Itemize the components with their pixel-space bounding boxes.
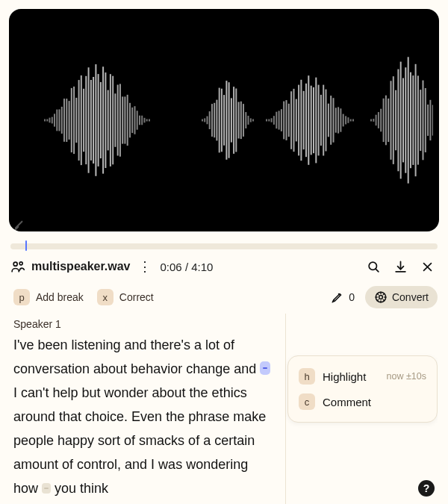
convert-icon: [374, 290, 388, 304]
svg-rect-13: [75, 98, 77, 143]
svg-rect-14: [78, 80, 80, 161]
svg-rect-65: [252, 119, 254, 122]
svg-rect-36: [131, 108, 133, 133]
svg-rect-126: [429, 100, 431, 140]
svg-rect-0: [44, 119, 46, 122]
svg-rect-74: [286, 100, 287, 140]
svg-rect-66: [266, 119, 267, 122]
svg-rect-106: [380, 109, 382, 132]
svg-rect-87: [318, 85, 320, 156]
svg-rect-127: [432, 105, 433, 136]
svg-rect-113: [397, 69, 399, 172]
svg-rect-41: [144, 118, 146, 123]
svg-rect-34: [127, 95, 128, 146]
svg-rect-51: [219, 88, 220, 153]
file-menu-button[interactable]: ⋮: [137, 260, 153, 273]
svg-rect-45: [204, 118, 205, 122]
pause-marker[interactable]: [42, 483, 51, 494]
svg-rect-35: [129, 103, 131, 138]
svg-rect-115: [402, 78, 404, 163]
svg-rect-94: [335, 108, 337, 132]
scrub-track: [10, 243, 438, 249]
svg-rect-112: [395, 90, 396, 151]
svg-rect-79: [298, 85, 299, 156]
comment-label: Comment: [323, 396, 371, 408]
svg-rect-68: [271, 118, 273, 122]
convert-button[interactable]: Convert: [365, 286, 438, 308]
add-break-keycap: p: [13, 289, 30, 305]
svg-rect-61: [243, 104, 244, 137]
scrub-bar[interactable]: [10, 240, 438, 252]
svg-rect-93: [333, 98, 335, 143]
svg-rect-22: [98, 74, 99, 167]
svg-rect-1: [46, 119, 48, 122]
svg-rect-122: [420, 90, 421, 151]
svg-rect-109: [388, 99, 389, 142]
svg-rect-104: [376, 115, 377, 126]
svg-rect-62: [245, 112, 246, 128]
search-button[interactable]: [363, 256, 384, 277]
svg-rect-23: [100, 82, 102, 158]
svg-rect-105: [378, 112, 379, 128]
svg-rect-46: [207, 116, 208, 125]
side-column: h Highlight now ±10s c Comment ?: [287, 314, 438, 504]
svg-rect-73: [283, 102, 284, 140]
app-root: multispeaker.wav ⋮ 0:06 / 4:10 p Add bre…: [0, 0, 448, 504]
transcript-text[interactable]: I've been listening and there's a lot of…: [13, 333, 275, 500]
svg-rect-76: [290, 91, 292, 149]
svg-rect-25: [105, 72, 106, 168]
svg-rect-67: [268, 119, 270, 122]
waveform-display[interactable]: [9, 9, 439, 231]
svg-rect-70: [276, 112, 277, 129]
svg-rect-31: [119, 84, 121, 156]
svg-rect-119: [412, 75, 414, 165]
pause-marker-active[interactable]: [260, 361, 270, 375]
highlight-label: Highlight: [323, 370, 366, 383]
comment-action[interactable]: c Comment: [294, 389, 431, 414]
close-button[interactable]: [417, 256, 438, 277]
svg-rect-15: [81, 75, 82, 165]
resize-handle-icon[interactable]: [13, 217, 24, 227]
svg-rect-18: [88, 67, 90, 172]
highlight-action[interactable]: h Highlight now ±10s: [294, 364, 431, 389]
scrub-playhead[interactable]: [25, 240, 27, 251]
current-time: 0:06: [161, 261, 182, 273]
waveform-svg: [15, 46, 433, 195]
editor-panel: multispeaker.wav ⋮ 0:06 / 4:10 p Add bre…: [0, 240, 448, 504]
svg-rect-42: [146, 119, 148, 122]
svg-rect-47: [209, 111, 211, 129]
svg-point-132: [13, 262, 17, 266]
svg-rect-81: [303, 91, 305, 149]
svg-rect-117: [408, 57, 409, 183]
svg-rect-16: [83, 89, 84, 152]
pen-icon: [331, 290, 344, 304]
transcript-pane[interactable]: Speaker 1 I've been listening and there'…: [10, 314, 281, 504]
add-break-button[interactable]: p Add break: [10, 287, 87, 307]
svg-rect-96: [340, 108, 341, 131]
svg-rect-78: [296, 99, 297, 142]
svg-rect-52: [221, 89, 223, 152]
changes-count-value: 0: [349, 291, 355, 303]
svg-point-133: [19, 262, 22, 265]
transcript-seg-3: you think: [51, 481, 108, 496]
svg-rect-5: [56, 110, 57, 131]
svg-rect-7: [61, 107, 63, 134]
svg-rect-2: [49, 118, 51, 123]
svg-rect-92: [330, 96, 332, 145]
svg-rect-58: [235, 89, 237, 152]
svg-rect-99: [347, 117, 349, 123]
help-button[interactable]: ?: [418, 480, 435, 497]
svg-rect-50: [216, 100, 217, 141]
svg-rect-29: [114, 93, 116, 147]
download-button[interactable]: [390, 256, 411, 277]
correct-button[interactable]: x Correct: [94, 287, 157, 307]
svg-line-135: [376, 269, 379, 272]
file-name: multispeaker.wav: [31, 260, 131, 273]
svg-rect-57: [233, 87, 234, 154]
changes-count[interactable]: 0: [328, 289, 358, 305]
svg-rect-17: [85, 76, 87, 164]
svg-point-139: [379, 296, 383, 299]
svg-rect-11: [71, 88, 72, 152]
svg-rect-123: [423, 81, 424, 161]
svg-rect-56: [231, 98, 232, 142]
